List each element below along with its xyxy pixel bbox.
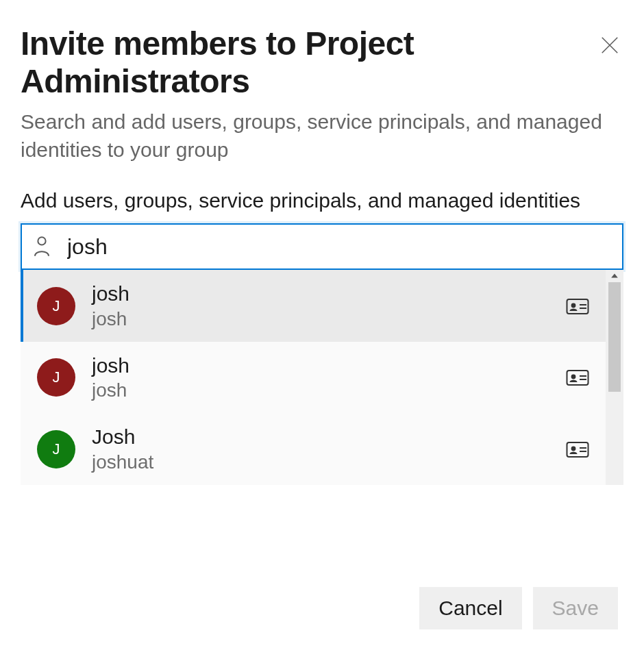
suggestions-list: JjoshjoshJjoshjoshJJoshjoshuat (21, 270, 606, 485)
panel-subtitle: Search and add users, groups, service pr… (21, 108, 623, 164)
search-input[interactable] (67, 234, 614, 260)
svg-point-2 (571, 303, 576, 308)
suggestion-display-name: josh (92, 353, 549, 379)
scrollbar[interactable] (606, 270, 623, 485)
svg-point-0 (38, 238, 45, 245)
cancel-button[interactable]: Cancel (419, 587, 521, 629)
svg-rect-11 (580, 447, 586, 449)
suggestion-display-name: Josh (92, 424, 549, 450)
avatar: J (37, 358, 75, 397)
contact-card-icon (566, 368, 589, 387)
svg-rect-4 (580, 308, 586, 309)
scroll-thumb[interactable] (608, 282, 621, 392)
suggestion-item[interactable]: Jjoshjosh (21, 270, 606, 342)
suggestion-texts: joshjosh (92, 281, 549, 331)
svg-point-10 (571, 446, 576, 451)
svg-point-6 (571, 375, 576, 379)
close-icon (599, 35, 620, 55)
svg-rect-8 (580, 379, 586, 380)
scroll-up-icon[interactable] (606, 270, 623, 282)
svg-rect-7 (580, 375, 586, 377)
contact-card-icon (566, 297, 589, 316)
avatar: J (37, 430, 75, 468)
suggestion-texts: Joshjoshuat (92, 424, 549, 474)
suggestion-item[interactable]: Jjoshjosh (21, 342, 606, 414)
save-button[interactable]: Save (533, 587, 618, 629)
suggestion-texts: joshjosh (92, 353, 549, 403)
search-field[interactable] (21, 223, 623, 270)
contact-card-icon (566, 440, 589, 459)
scroll-track[interactable] (606, 392, 623, 485)
avatar: J (37, 287, 75, 325)
svg-rect-12 (580, 451, 586, 452)
suggestion-secondary: joshuat (92, 450, 549, 474)
panel-footer: Cancel Save (21, 571, 623, 650)
suggestion-secondary: josh (92, 307, 549, 331)
invite-members-panel: Invite members to Project Administrators… (0, 0, 644, 650)
panel-header: Invite members to Project Administrators (21, 25, 623, 100)
svg-rect-1 (567, 299, 589, 314)
person-icon (33, 236, 51, 257)
suggestion-secondary: josh (92, 378, 549, 402)
close-button[interactable] (596, 32, 623, 59)
suggestions-dropdown: JjoshjoshJjoshjoshJJoshjoshuat (21, 270, 623, 485)
svg-rect-9 (567, 442, 589, 457)
panel-title: Invite members to Project Administrators (21, 25, 596, 100)
svg-rect-5 (567, 371, 589, 385)
suggestion-item[interactable]: JJoshjoshuat (21, 413, 606, 485)
svg-rect-3 (580, 304, 586, 305)
search-label: Add users, groups, service principals, a… (21, 187, 623, 214)
suggestion-display-name: josh (92, 281, 549, 307)
